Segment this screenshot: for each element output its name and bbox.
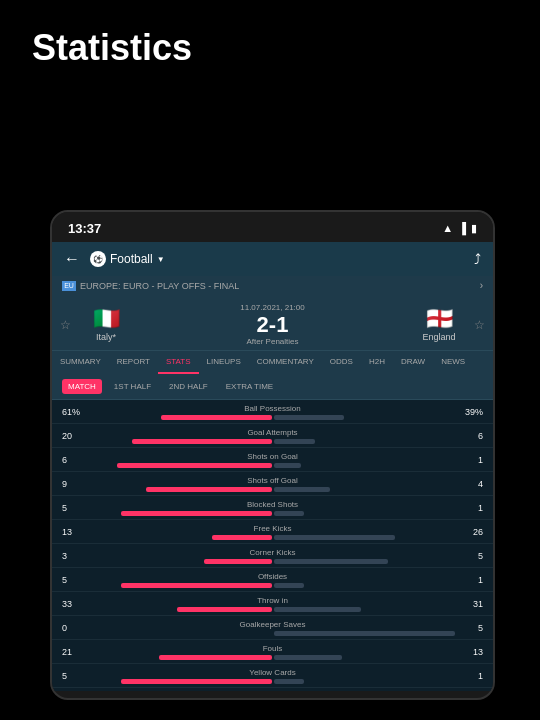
stat-label: Shots on Goal — [247, 452, 298, 461]
subtab-extra-time[interactable]: EXTRA TIME — [220, 379, 279, 394]
bar-right-wrap — [274, 415, 456, 420]
england-flag: 🏴󠁧󠁢󠁥󠁮󠁧󠁿 — [426, 308, 453, 330]
bar-right-wrap — [274, 607, 456, 612]
tab-h2h[interactable]: H2H — [361, 351, 393, 374]
stat-row-shots-on-goal: 6 Shots on Goal 1 — [52, 448, 493, 472]
tab-news[interactable]: NEWS — [433, 351, 473, 374]
bar-right-wrap — [274, 463, 456, 468]
phone-mockup: 13:37 ▲ ▐ ▮ ← ⚽ Football ▼ ⤴ EU EUROPE: … — [50, 210, 495, 700]
league-info: EU EUROPE: EURO - PLAY OFFS - FINAL › — [62, 280, 483, 291]
stat-bars: Fouls — [90, 644, 455, 660]
bar-right-wrap — [274, 559, 456, 564]
bar-right-wrap — [274, 631, 456, 636]
bars-container — [90, 439, 455, 444]
stat-right-val: 13 — [455, 647, 483, 657]
bar-left-wrap — [90, 679, 272, 684]
subtab-1st-half[interactable]: 1ST HALF — [108, 379, 157, 394]
stat-right-val: 1 — [455, 671, 483, 681]
star-right-button[interactable]: ☆ — [474, 318, 485, 332]
bars-container — [90, 655, 455, 660]
wifi-icon: ▲ — [442, 222, 453, 234]
stat-label: Blocked Shots — [247, 500, 298, 509]
subtab-match[interactable]: MATCH — [62, 379, 102, 394]
stat-row-ball-possession: 61% Ball Possession 39% — [52, 400, 493, 424]
stat-label: Goalkeeper Saves — [240, 620, 306, 629]
stat-row-corner-kicks: 3 Corner Kicks 5 — [52, 544, 493, 568]
england-bar — [274, 559, 388, 564]
italy-bar — [121, 583, 272, 588]
italy-bar — [132, 439, 272, 444]
bar-right-wrap — [274, 679, 456, 684]
league-label: EUROPE: EURO - PLAY OFFS - FINAL — [80, 281, 239, 291]
italy-bar — [121, 679, 272, 684]
stat-label: Fouls — [263, 644, 283, 653]
stat-label: Goal Attempts — [247, 428, 297, 437]
stat-row-shots-off-goal: 9 Shots off Goal 4 — [52, 472, 493, 496]
stat-right-val: 6 — [455, 431, 483, 441]
bars-container — [90, 415, 455, 420]
italy-bar — [121, 511, 272, 516]
stat-row-goal-attempts: 20 Goal Attempts 6 — [52, 424, 493, 448]
signal-icon: ▐ — [458, 222, 466, 234]
subtab-2nd-half[interactable]: 2ND HALF — [163, 379, 214, 394]
stat-bars: Goalkeeper Saves — [90, 620, 455, 636]
tab-commentary[interactable]: COMMENTARY — [249, 351, 322, 374]
bar-left-wrap — [90, 415, 272, 420]
bar-left-wrap — [90, 607, 272, 612]
italy-bar — [159, 655, 272, 660]
tab-draw[interactable]: DRAW — [393, 351, 433, 374]
share-button[interactable]: ⤴ — [474, 251, 481, 267]
star-left-button[interactable]: ☆ — [60, 318, 71, 332]
italy-bar — [212, 535, 272, 540]
stat-right-val: 1 — [455, 575, 483, 585]
arrow-right-icon: › — [480, 280, 483, 291]
stat-bars: Goal Attempts — [90, 428, 455, 444]
england-bar — [274, 439, 316, 444]
status-time: 13:37 — [68, 221, 101, 236]
stat-bars: Offsides — [90, 572, 455, 588]
match-header: EU EUROPE: EURO - PLAY OFFS - FINAL › — [52, 276, 493, 297]
england-bar — [274, 415, 345, 420]
england-bar — [274, 655, 343, 660]
bar-right-wrap — [274, 511, 456, 516]
tab-stats[interactable]: STATS — [158, 351, 199, 374]
stat-left-val: 9 — [62, 479, 90, 489]
bar-left-wrap — [90, 583, 272, 588]
italy-bar — [177, 607, 271, 612]
stat-label: Free Kicks — [254, 524, 292, 533]
stat-bars: Shots off Goal — [90, 476, 455, 492]
stat-row-fouls: 21 Fouls 13 — [52, 640, 493, 664]
stat-label: Shots off Goal — [247, 476, 298, 485]
bar-left-wrap — [90, 487, 272, 492]
match-date: 11.07.2021, 21:00 — [141, 303, 404, 312]
bars-container — [90, 511, 455, 516]
bar-right-wrap — [274, 655, 456, 660]
tab-odds[interactable]: ODDS — [322, 351, 361, 374]
bar-right-wrap — [274, 535, 456, 540]
bars-container — [90, 631, 455, 636]
stat-right-val: 31 — [455, 599, 483, 609]
stat-right-val: 5 — [455, 551, 483, 561]
england-bar — [274, 631, 456, 636]
back-button[interactable]: ← — [64, 250, 80, 268]
europe-flag: EU — [62, 281, 76, 291]
stat-right-val: 26 — [455, 527, 483, 537]
football-nav[interactable]: ⚽ Football ▼ — [90, 251, 165, 267]
tab-summary[interactable]: SUMMARY — [52, 351, 109, 374]
subtabs-row: MATCH1ST HALF2ND HALFEXTRA TIME — [52, 374, 493, 400]
italy-bar — [117, 463, 271, 468]
england-bar — [274, 679, 305, 684]
stat-row-goalkeeper-saves: 0 Goalkeeper Saves 5 — [52, 616, 493, 640]
stats-content: 61% Ball Possession 39% 20 Goal Attempts — [52, 400, 493, 691]
tab-lineups[interactable]: LINEUPS — [199, 351, 249, 374]
stat-label: Throw in — [257, 596, 288, 605]
stat-label: Ball Possession — [244, 404, 300, 413]
england-bar — [274, 511, 305, 516]
bars-container — [90, 463, 455, 468]
england-bar — [274, 487, 330, 492]
tab-report[interactable]: REPORT — [109, 351, 158, 374]
stat-label: Yellow Cards — [249, 668, 295, 677]
stat-label: Offsides — [258, 572, 287, 581]
bar-left-wrap — [90, 631, 272, 636]
bar-right-wrap — [274, 439, 456, 444]
